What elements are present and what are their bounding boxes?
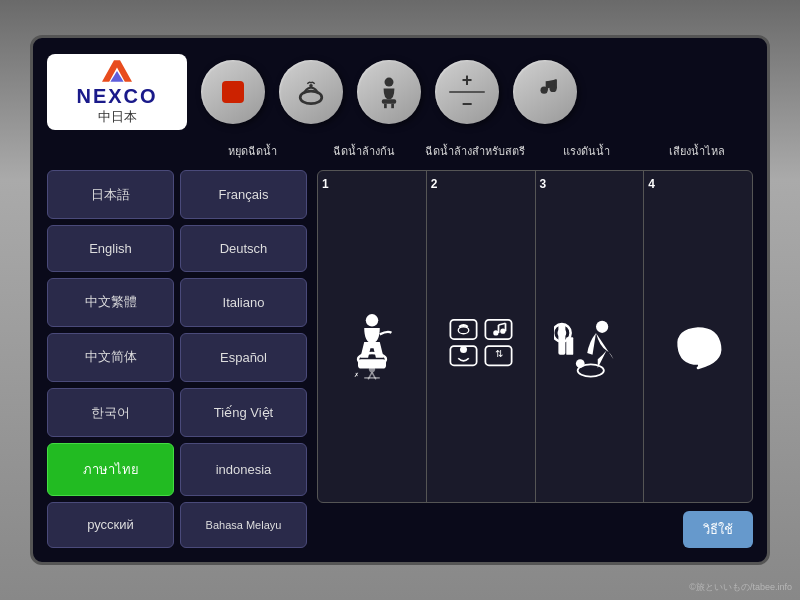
wash-icon bbox=[293, 74, 329, 110]
top-row: NEXCO 中日本 bbox=[47, 52, 753, 132]
thai-label-3: ฉีดน้ำล้างสำหรับสตรี bbox=[419, 142, 530, 160]
lang-btn-ru[interactable]: русский bbox=[47, 502, 174, 548]
svg-point-38 bbox=[578, 364, 604, 376]
how-to-button[interactable]: วิธีใช้ bbox=[683, 511, 753, 548]
svg-text:⇅: ⇅ bbox=[494, 347, 502, 358]
svg-point-30 bbox=[460, 346, 467, 353]
svg-point-39 bbox=[696, 343, 701, 348]
step-4-img bbox=[648, 195, 748, 496]
svg-line-29 bbox=[498, 323, 505, 325]
svg-text:✗: ✗ bbox=[354, 371, 359, 378]
step-2: 2 bbox=[427, 171, 536, 502]
step-1: 1 bbox=[318, 171, 427, 502]
step-4-icon bbox=[663, 311, 733, 381]
lang-btn-it[interactable]: Italiano bbox=[180, 278, 307, 327]
seat-icon bbox=[371, 74, 407, 110]
lang-btn-ms[interactable]: Bahasa Melayu bbox=[180, 502, 307, 548]
svg-point-24 bbox=[458, 326, 469, 333]
lang-btn-id[interactable]: indonesia bbox=[180, 443, 307, 495]
lang-btn-de[interactable]: Deutsch bbox=[180, 225, 307, 271]
instructions-panel: 1 bbox=[317, 170, 753, 548]
step-2-img: ⇅ bbox=[431, 195, 531, 496]
plus-icon: + bbox=[462, 71, 473, 89]
thai-label-1: หยุดฉีดน้ำ bbox=[197, 142, 308, 160]
control-buttons: + − bbox=[201, 60, 753, 124]
steps-box: 1 bbox=[317, 170, 753, 503]
main-row: 日本語 Français English Deutsch 中文繁體 Italia… bbox=[47, 170, 753, 548]
minus-icon: − bbox=[462, 95, 473, 113]
thai-label-2: ฉีดน้ำล้างก้น bbox=[308, 142, 419, 160]
step-3-num: 3 bbox=[540, 177, 547, 191]
lang-btn-ja[interactable]: 日本語 bbox=[47, 170, 174, 219]
step-1-icon: ✗ bbox=[337, 311, 407, 381]
stop-button[interactable] bbox=[201, 60, 265, 124]
logo-box: NEXCO 中日本 bbox=[47, 54, 187, 130]
svg-point-3 bbox=[309, 84, 313, 88]
step-3-icon bbox=[554, 311, 624, 381]
step-3-img bbox=[540, 195, 640, 496]
step-2-icon: ⇅ bbox=[446, 311, 516, 381]
sound-icon bbox=[527, 74, 563, 110]
svg-rect-5 bbox=[382, 99, 396, 104]
pressure-button[interactable]: + − bbox=[435, 60, 499, 124]
control-panel: NEXCO 中日本 bbox=[30, 35, 770, 565]
lang-btn-es[interactable]: Español bbox=[180, 333, 307, 382]
thai-label-5: เสียงน้ำไหล bbox=[642, 142, 753, 160]
step-4: 4 bbox=[644, 171, 752, 502]
lang-btn-fr[interactable]: Français bbox=[180, 170, 307, 219]
lang-btn-vi[interactable]: Tiếng Việt bbox=[180, 388, 307, 437]
sound-button[interactable] bbox=[513, 60, 577, 124]
language-grid: 日本語 Français English Deutsch 中文繁體 Italia… bbox=[47, 170, 307, 548]
lang-btn-ko[interactable]: 한국어 bbox=[47, 388, 174, 437]
step-3: 3 bbox=[536, 171, 645, 502]
step-1-num: 1 bbox=[322, 177, 329, 191]
svg-rect-35 bbox=[567, 337, 574, 355]
step-1-img: ✗ bbox=[322, 195, 422, 496]
svg-point-34 bbox=[558, 328, 567, 337]
watermark: ©旅といいもの/tabee.info bbox=[689, 581, 792, 594]
thai-label-4: แรงดันน้ำ bbox=[531, 142, 642, 160]
thai-labels-row: หยุดฉีดน้ำ ฉีดน้ำล้างก้น ฉีดน้ำล้างสำหรั… bbox=[47, 142, 753, 160]
lang-btn-zh-tw[interactable]: 中文繁體 bbox=[47, 278, 174, 327]
step-4-num: 4 bbox=[648, 177, 655, 191]
wash-button[interactable] bbox=[279, 60, 343, 124]
lang-btn-en[interactable]: English bbox=[47, 225, 174, 271]
seat-button[interactable] bbox=[357, 60, 421, 124]
svg-point-36 bbox=[596, 320, 608, 332]
divider bbox=[449, 91, 485, 93]
outer-frame: NEXCO 中日本 bbox=[0, 0, 800, 600]
brand-name: NEXCO bbox=[76, 85, 157, 108]
svg-point-12 bbox=[366, 314, 378, 326]
svg-point-16 bbox=[369, 366, 375, 372]
lang-btn-zh-cn[interactable]: 中文简体 bbox=[47, 333, 174, 382]
lang-btn-th[interactable]: ภาษาไทย bbox=[47, 443, 174, 495]
step-2-num: 2 bbox=[431, 177, 438, 191]
stop-icon bbox=[222, 81, 244, 103]
svg-rect-20 bbox=[450, 319, 476, 338]
brand-sub: 中日本 bbox=[98, 108, 137, 126]
howto-btn-row: วิธีใช้ bbox=[317, 511, 753, 548]
nexco-logo-arrow bbox=[102, 59, 132, 83]
svg-point-4 bbox=[385, 78, 394, 87]
